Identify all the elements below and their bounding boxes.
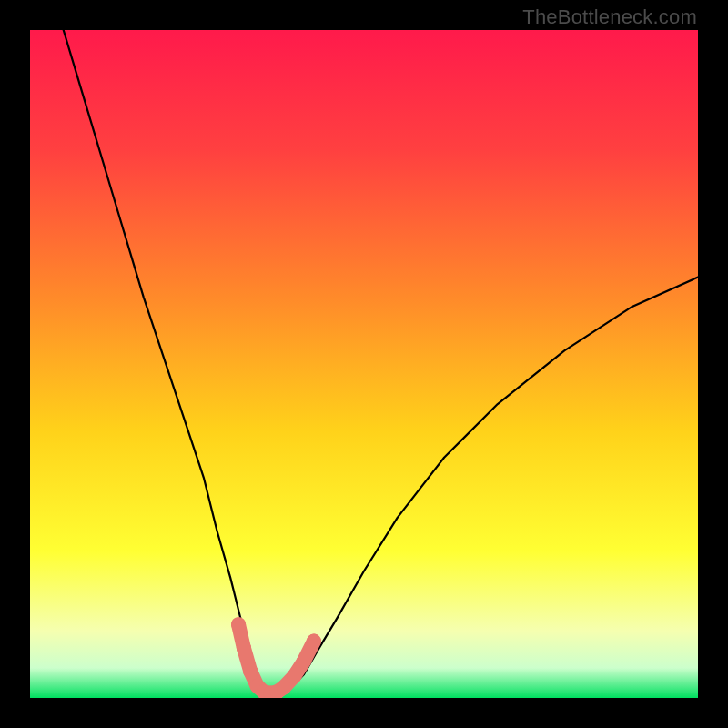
background-gradient [30,30,698,698]
chart-frame: TheBottleneck.com [0,0,728,728]
watermark-label: TheBottleneck.com [522,5,697,29]
optimal-marker-seg [304,642,314,662]
chart-svg [30,30,698,698]
plot-area [30,30,698,698]
